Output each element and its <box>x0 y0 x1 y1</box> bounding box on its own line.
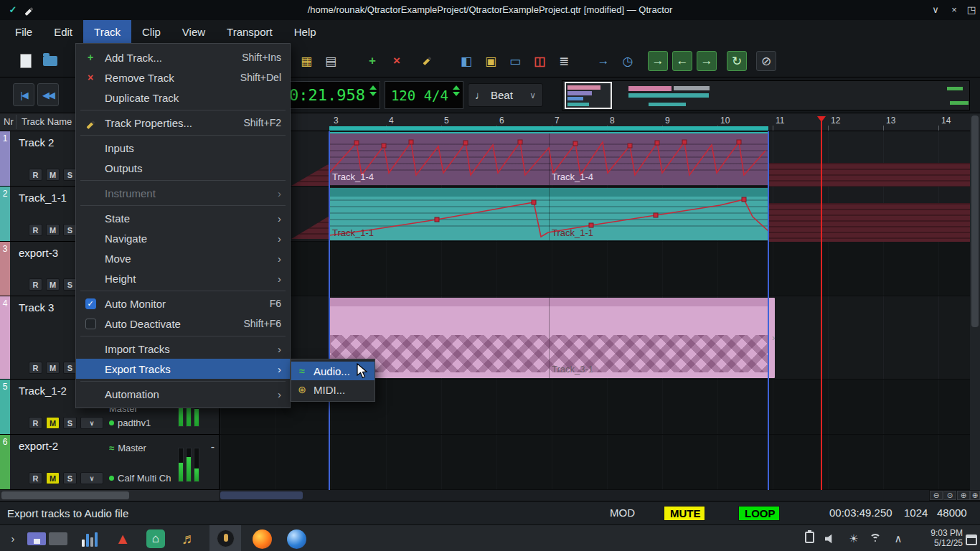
audio-clip-track-1-1[interactable]: Track_1-1 Track_1-1 <box>329 188 768 240</box>
panel-expander[interactable]: › <box>6 531 20 545</box>
tempo-display[interactable]: 120 4/4 <box>385 81 463 109</box>
menu-help[interactable]: Help <box>283 20 327 44</box>
tracklist-scrollbar[interactable] <box>0 490 219 501</box>
wifi-tray-icon[interactable] <box>870 534 881 543</box>
menu-edit[interactable]: Edit <box>43 20 83 44</box>
vertical-scrollbar[interactable] <box>970 113 980 490</box>
menu-item-track-properties[interactable]: Track Properties...Shift+F2 <box>76 113 290 133</box>
timeline-scrollbar[interactable] <box>219 490 929 501</box>
menu-item-outputs[interactable]: Outputs <box>76 158 290 178</box>
clip-track-3-1[interactable]: Track_3-1 <box>329 298 768 378</box>
new-session-button[interactable] <box>16 51 36 71</box>
record-button[interactable]: R <box>29 224 42 236</box>
active-app-tile[interactable] <box>209 525 241 551</box>
track-dropdown[interactable]: ∨ <box>80 417 103 429</box>
select-mode-button[interactable]: ◧ <box>456 51 476 71</box>
track-row-6[interactable]: 6 export-2 R M S ∨ ≈Master Calf Multi Ch… <box>0 435 219 490</box>
checkbox-checked-icon[interactable]: ✓ <box>85 298 96 309</box>
track-dropdown[interactable]: ∨ <box>80 472 103 484</box>
record-button[interactable]: R <box>29 362 42 374</box>
go-to-start-button[interactable]: |◀ <box>13 83 34 106</box>
menu-item-export-tracks[interactable]: Export Tracks › <box>76 359 290 379</box>
beat-divisor-button[interactable]: ≣ <box>554 51 574 71</box>
plugin-active-dot[interactable] <box>109 476 114 481</box>
record-button[interactable]: R <box>29 472 42 484</box>
files-button[interactable]: ▣ <box>481 51 501 71</box>
mute-button[interactable]: M <box>46 278 60 291</box>
midi-clip-track-1-4[interactable]: Track_1-4 Track_1-4 <box>329 132 768 185</box>
timeline-area[interactable]: Track_1-4 Track_1-4 Track_1-1 Track_1-1 <box>219 131 970 490</box>
clock[interactable]: 9:03 PM 5/12/25 <box>930 528 963 548</box>
solo-button[interactable]: S <box>63 417 77 429</box>
tracklist-scroll-thumb[interactable] <box>1 491 129 499</box>
panic-button[interactable]: ⊘ <box>756 51 776 71</box>
jack-control-launcher[interactable]: ▲ <box>112 528 133 550</box>
mute-button[interactable]: M <box>46 472 60 484</box>
plasma-home-launcher[interactable]: ⌂ <box>145 528 166 550</box>
follow-playhead-button[interactable]: → <box>593 51 613 71</box>
menu-item-add-track[interactable]: + Add Track...Shift+Ins <box>76 47 290 67</box>
virtual-desktop-1[interactable] <box>27 532 46 545</box>
menu-item-navigate[interactable]: Navigate › <box>76 228 290 248</box>
overview-viewport[interactable] <box>565 82 612 109</box>
timeline-scroll-thumb[interactable] <box>220 491 303 499</box>
menu-item-height[interactable]: Height › <box>76 268 290 288</box>
mute-button[interactable]: M <box>46 362 60 374</box>
shade-button[interactable]: ∨ <box>927 0 944 20</box>
menu-track[interactable]: Track <box>83 20 131 44</box>
record-button[interactable]: R <box>29 169 42 181</box>
checkbox-unchecked-icon[interactable] <box>85 319 96 329</box>
timeline-ruler[interactable]: 3 4 5 6 7 8 9 10 11 12 13 14 <box>219 113 970 131</box>
submenu-item-midi[interactable]: ⊛ MIDI... <box>291 380 374 399</box>
brightness-tray-icon[interactable]: ☀ <box>847 532 861 546</box>
clip-edit-button[interactable] <box>417 51 437 71</box>
clip-fragment[interactable] <box>768 203 970 242</box>
menu-item-auto-monitor[interactable]: ✓ Auto MonitorF6 <box>76 293 290 314</box>
auto-time-button[interactable]: ◷ <box>618 51 638 71</box>
mute-button[interactable]: M <box>46 224 60 236</box>
virtual-desktop-2[interactable] <box>49 532 67 545</box>
backward-button[interactable]: ← <box>672 51 692 71</box>
menu-item-remove-track[interactable]: × Remove TrackShift+Del <box>76 67 290 88</box>
menu-transport[interactable]: Transport <box>216 20 283 44</box>
zoom-reset-button[interactable]: ⊙ <box>943 491 956 500</box>
volume-tray-icon[interactable] <box>825 534 836 544</box>
mute-button[interactable]: M <box>46 417 60 429</box>
menu-view[interactable]: View <box>171 20 216 44</box>
menu-item-state[interactable]: State › <box>76 208 290 228</box>
menu-item-automation[interactable]: Automation › <box>76 384 290 404</box>
record-button[interactable]: R <box>29 417 42 429</box>
split-button[interactable]: ◫ <box>529 51 550 71</box>
menu-item-import-tracks[interactable]: Import Tracks › <box>76 339 290 359</box>
punch-in-button[interactable]: → <box>648 51 668 71</box>
menu-clip[interactable]: Clip <box>131 20 171 44</box>
music-app-launcher[interactable]: ♬ <box>178 528 199 550</box>
range-button[interactable]: ▭ <box>505 51 525 71</box>
forward-button[interactable]: → <box>697 51 717 71</box>
audio-app-launcher[interactable] <box>79 528 100 550</box>
solo-button[interactable]: S <box>63 472 77 484</box>
vertical-scroll-thumb[interactable] <box>971 116 979 327</box>
menu-item-duplicate-track[interactable]: Duplicate Track <box>76 88 290 108</box>
menu-file[interactable]: File <box>4 20 43 44</box>
tempo-spinner[interactable] <box>453 85 460 96</box>
rewind-button[interactable]: ◀◀ <box>37 83 59 106</box>
time-spinner[interactable] <box>369 85 377 96</box>
zoom-corner-button[interactable]: ⊕ <box>970 491 980 500</box>
session-overview[interactable] <box>562 80 970 110</box>
mute-button[interactable]: M <box>46 169 60 181</box>
zoom-out-button[interactable]: ⊖ <box>930 491 943 500</box>
time-display[interactable]: 0:00:21.958 <box>280 81 380 109</box>
snap-grid-button[interactable]: ▦ <box>296 51 316 71</box>
maximize-button[interactable]: ◳ <box>963 0 980 20</box>
firefox-launcher[interactable] <box>251 528 273 550</box>
menu-item-move[interactable]: Move › <box>76 248 290 268</box>
clip-new-button[interactable]: + <box>362 51 382 71</box>
playhead-marker[interactable] <box>817 116 826 122</box>
calendar-tray-icon[interactable] <box>964 532 979 547</box>
close-button[interactable]: × <box>946 0 963 20</box>
browser-launcher[interactable] <box>286 528 307 550</box>
menu-item-inputs[interactable]: Inputs <box>76 138 290 158</box>
open-session-button[interactable] <box>40 51 60 71</box>
clip-delete-button[interactable]: × <box>387 51 407 71</box>
